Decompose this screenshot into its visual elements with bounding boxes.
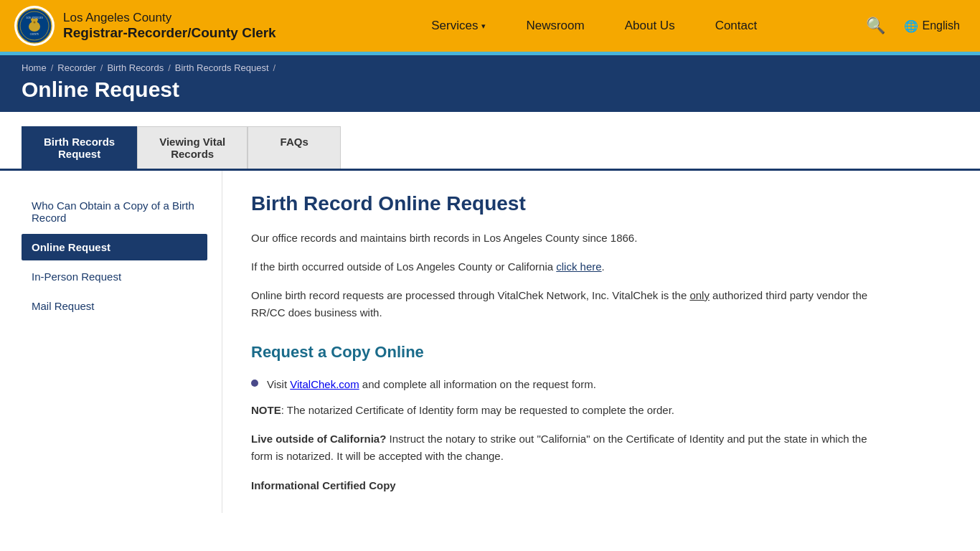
tab-viewing-vital-records[interactable]: Viewing VitalRecords — [137, 126, 248, 169]
tab-birth-records-request[interactable]: Birth RecordsRequest — [22, 126, 137, 169]
content-heading: Birth Record Online Request — [251, 192, 890, 215]
breadcrumb-sep-4: / — [273, 62, 276, 73]
svg-point-7 — [35, 19, 38, 22]
section-heading-copy-online: Request a Copy Online — [251, 343, 890, 362]
search-icon: 🔍 — [866, 17, 885, 34]
nav-about[interactable]: About Us — [605, 0, 695, 52]
breadcrumb-sep-3: / — [168, 62, 171, 73]
sidebar-item-in-person-request[interactable]: In-Person Request — [22, 263, 207, 290]
only-underline: only — [689, 289, 710, 301]
site-header: LOS ANGELES COUNTY EST. 1850 Los Angeles… — [0, 0, 980, 52]
org-seal: LOS ANGELES COUNTY EST. 1850 — [14, 6, 55, 46]
header-actions: 🔍 🌐 English — [859, 9, 966, 42]
breadcrumb-recorder[interactable]: Recorder — [57, 62, 95, 73]
tabs-row: Birth RecordsRequest Viewing VitalRecord… — [0, 112, 980, 171]
search-button[interactable]: 🔍 — [859, 9, 892, 42]
nav-contact[interactable]: Contact — [695, 0, 778, 52]
bullet-item-vitalchek: Visit VitalChek.com and complete all inf… — [251, 376, 890, 393]
svg-text:COUNTY: COUNTY — [30, 33, 39, 36]
chevron-down-icon: ▾ — [481, 22, 486, 31]
breadcrumb-sep-2: / — [100, 62, 103, 73]
breadcrumb-home[interactable]: Home — [22, 62, 47, 73]
sidebar-item-who-can-obtain[interactable]: Who Can Obtain a Copy of a Birth Record — [22, 192, 207, 231]
sidebar-item-online-request[interactable]: Online Request — [22, 234, 207, 260]
sidebar: Who Can Obtain a Copy of a Birth Record … — [22, 171, 222, 513]
logo-link[interactable]: LOS ANGELES COUNTY EST. 1850 Los Angeles… — [14, 6, 330, 46]
breadcrumb-birth-records-request[interactable]: Birth Records Request — [175, 62, 269, 73]
nav-services[interactable]: Services ▾ — [411, 0, 506, 52]
note-text: NOTE: The notarized Certificate of Ident… — [251, 402, 890, 419]
nav-newsroom[interactable]: Newsroom — [506, 0, 604, 52]
svg-text:EST. 1850: EST. 1850 — [30, 39, 39, 41]
bullet-dot — [251, 380, 258, 387]
svg-point-8 — [34, 22, 36, 24]
org-title: Los Angeles County Registrar-Recorder/Co… — [63, 11, 276, 41]
breadcrumb-birth-records[interactable]: Birth Records — [107, 62, 164, 73]
page-title: Online Request — [22, 77, 958, 102]
main-content: Who Can Obtain a Copy of a Birth Record … — [0, 171, 933, 513]
globe-icon: 🌐 — [904, 19, 918, 33]
breadcrumb: Home / Recorder / Birth Records / Birth … — [22, 62, 958, 73]
content-para1: Our office records and maintains birth r… — [251, 230, 890, 247]
content-para3: Online birth record requests are process… — [251, 287, 890, 321]
tab-faqs[interactable]: FAQs — [248, 126, 341, 169]
content-para2: If the birth occurred outside of Los Ang… — [251, 258, 890, 276]
language-button[interactable]: 🌐 English — [898, 12, 966, 40]
subheading-informational-certified: Informational Certified Copy — [251, 479, 890, 491]
click-here-link[interactable]: click here — [556, 260, 601, 273]
main-nav: Services ▾ Newsroom About Us Contact — [330, 0, 859, 52]
content-area: Birth Record Online Request Our office r… — [222, 171, 911, 513]
breadcrumb-bar: Home / Recorder / Birth Records / Birth … — [0, 55, 980, 112]
vitalchek-link[interactable]: VitalChek.com — [290, 378, 359, 390]
svg-point-6 — [31, 19, 34, 22]
live-outside-text: Live outside of California? Instruct the… — [251, 430, 890, 465]
sidebar-item-mail-request[interactable]: Mail Request — [22, 293, 207, 319]
breadcrumb-sep-1: / — [51, 62, 54, 73]
